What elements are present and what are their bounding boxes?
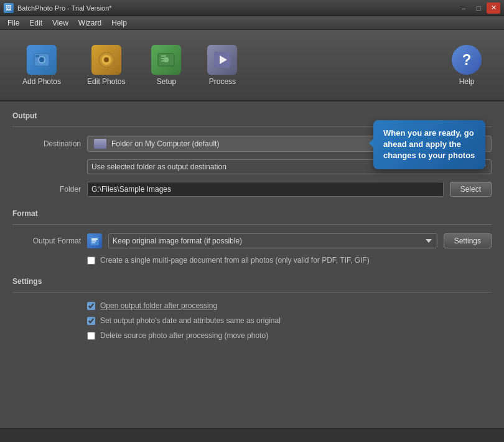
process-icon [207, 45, 237, 75]
delete-source-row: Delete source photo after processing (mo… [87, 331, 492, 340]
delete-source-checkbox[interactable] [87, 332, 95, 340]
setup-icon [151, 45, 181, 75]
svg-rect-19 [91, 238, 98, 240]
output-format-label: Output Format [12, 237, 81, 245]
open-output-row: Open output folder after processing [87, 301, 492, 310]
help-label: Help [459, 77, 475, 86]
output-format-row: Output Format Keep original image format… [12, 233, 492, 248]
svg-rect-13 [161, 55, 166, 57]
multipage-checkbox-row: Create a single multi-page document from… [87, 256, 492, 265]
title-bar: 🖼 BatchPhoto Pro - Trial Version* – □ ✕ [0, 0, 504, 16]
multipage-label[interactable]: Create a single multi-page document from… [100, 256, 370, 265]
folder-input[interactable] [87, 182, 444, 197]
destination-value: Folder on My Computer (default) [111, 139, 219, 148]
status-bar [0, 428, 504, 442]
process-label: Process [209, 77, 236, 86]
process-button[interactable]: Process [197, 40, 247, 91]
folder-label: Folder [12, 185, 81, 194]
delete-source-label[interactable]: Delete source photo after processing (mo… [100, 331, 268, 340]
svg-point-2 [39, 57, 44, 62]
set-date-label[interactable]: Set output photo's date and attributes s… [100, 316, 281, 325]
multipage-checkbox[interactable] [87, 256, 95, 265]
add-photos-label: Add Photos [22, 77, 61, 86]
menu-file[interactable]: File [2, 17, 24, 29]
edit-photos-label: Edit Photos [87, 77, 125, 86]
add-photos-button[interactable]: Add Photos [12, 40, 71, 91]
title-bar-left: 🖼 BatchPhoto Pro - Trial Version* [4, 3, 112, 13]
format-section-title: Format [12, 209, 492, 218]
tooltip-bubble: When you are ready, go ahead and apply t… [373, 120, 485, 169]
settings-button[interactable]: Settings [444, 233, 492, 248]
title-text: BatchPhoto Pro - Trial Version* [17, 4, 112, 12]
close-button[interactable]: ✕ [487, 2, 500, 14]
title-controls: – □ ✕ [457, 2, 500, 14]
svg-rect-20 [91, 240, 96, 242]
edit-photos-button[interactable]: Edit Photos [77, 40, 135, 91]
edit-photos-icon [91, 45, 121, 75]
svg-point-6 [104, 57, 109, 62]
toolbar: Add Photos Edit Photos S [0, 30, 504, 101]
setup-label: Setup [157, 77, 176, 86]
open-output-checkbox[interactable] [87, 302, 95, 310]
menu-edit[interactable]: Edit [24, 17, 47, 29]
format-section: Format Output Format Keep original image… [12, 209, 492, 265]
set-date-row: Set output photo's date and attributes s… [87, 316, 492, 325]
help-icon: ? [452, 45, 482, 75]
menu-wizard[interactable]: Wizard [73, 17, 106, 29]
help-button[interactable]: ? Help [442, 40, 492, 91]
output-section-title: Output [12, 111, 492, 120]
menu-view[interactable]: View [47, 17, 73, 29]
setup-button[interactable]: Setup [141, 40, 191, 91]
svg-rect-15 [161, 60, 165, 62]
svg-point-12 [163, 57, 169, 63]
folder-icon [94, 139, 106, 149]
open-output-label[interactable]: Open output folder after processing [100, 301, 217, 310]
folder-row: Folder Select [12, 182, 492, 197]
minimize-button[interactable]: – [457, 2, 470, 14]
app-icon: 🖼 [4, 3, 14, 13]
tooltip-text: When you are ready, go ahead and apply t… [383, 128, 475, 160]
svg-rect-3 [35, 55, 39, 57]
maximize-button[interactable]: □ [472, 2, 485, 14]
settings-section-title: Settings [12, 277, 492, 286]
set-date-checkbox[interactable] [87, 317, 95, 325]
svg-rect-14 [161, 58, 169, 59]
output-format-dropdown[interactable]: Keep original image format (if possible)… [108, 233, 437, 248]
menu-help[interactable]: Help [106, 17, 132, 29]
destination-label: Destination [12, 139, 81, 148]
format-icon [87, 233, 102, 248]
menu-bar: File Edit View Wizard Help [0, 16, 504, 30]
svg-rect-21 [91, 242, 95, 243]
select-button[interactable]: Select [450, 182, 492, 197]
settings-section: Settings Open output folder after proces… [12, 277, 492, 340]
add-photos-icon [27, 45, 57, 75]
main-content: When you are ready, go ahead and apply t… [0, 101, 504, 442]
